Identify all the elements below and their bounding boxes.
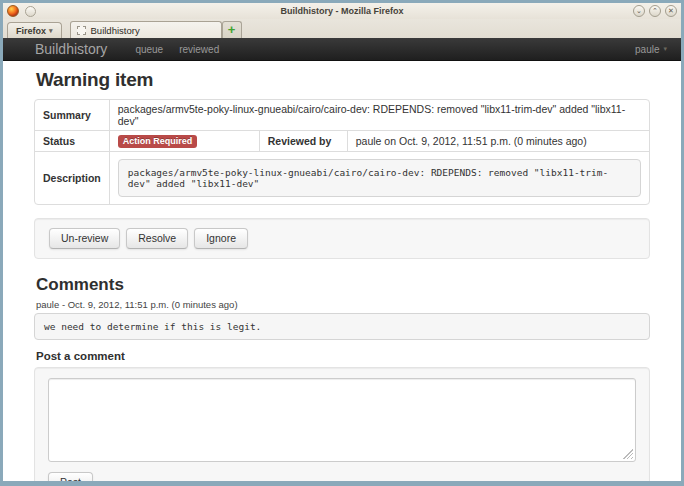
post-comment-form: Post — [34, 367, 650, 483]
new-tab-button[interactable]: + — [222, 21, 242, 38]
comment-text: we need to determine if this is legit. — [34, 313, 650, 340]
table-row-summary: Summary packages/armv5te-poky-linux-gnue… — [35, 100, 649, 130]
resolve-button[interactable]: Resolve — [126, 228, 188, 249]
firefox-logo-icon — [7, 5, 19, 17]
tab-title: Buildhistory — [91, 25, 140, 36]
post-button-row: Post — [48, 472, 636, 483]
firefox-menu-button[interactable]: Firefox ▾ — [7, 22, 62, 38]
tab-strip: Firefox ▾ Buildhistory + — [3, 19, 681, 38]
firefox-window: Buildhistory - Mozilla Firefox ⌄ ⌃ ✕ Fir… — [0, 0, 684, 486]
minimize-button[interactable]: ⌄ — [633, 5, 645, 17]
tab-buildhistory[interactable]: Buildhistory — [70, 21, 222, 38]
description-label: Description — [35, 151, 109, 204]
comment-meta: paule - Oct. 9, 2012, 11:51 p.m. (0 minu… — [36, 299, 650, 310]
reviewed-by-label: Reviewed by — [259, 130, 347, 151]
page-title: Warning item — [36, 69, 650, 91]
browser-viewport: Warning item Summary packages/armv5te-po… — [3, 61, 681, 483]
window-controls: ⌄ ⌃ ✕ — [633, 5, 677, 17]
chevron-down-icon: ▾ — [663, 45, 667, 53]
table-row-status: Status Action Required Reviewed by paule… — [35, 130, 649, 151]
review-actions: Un-review Resolve Ignore — [34, 218, 650, 259]
description-code: packages/armv5te-poky-linux-gnueabi/cair… — [118, 159, 641, 197]
nav-link-reviewed[interactable]: reviewed — [179, 44, 219, 55]
ignore-button[interactable]: Ignore — [194, 228, 248, 249]
window-title: Buildhistory - Mozilla Firefox — [3, 6, 681, 16]
description-cell: packages/armv5te-poky-linux-gnueabi/cair… — [109, 151, 649, 204]
comment-item: paule - Oct. 9, 2012, 11:51 p.m. (0 minu… — [34, 299, 650, 340]
comment-input[interactable] — [48, 378, 636, 462]
status-badge: Action Required — [118, 135, 198, 148]
post-button[interactable]: Post — [48, 472, 93, 483]
status-label: Status — [35, 130, 109, 151]
favicon-placeholder-icon — [77, 26, 86, 35]
warning-item-table: Summary packages/armv5te-poky-linux-gnue… — [34, 99, 650, 205]
user-menu-label: paule — [635, 44, 659, 55]
close-button[interactable]: ✕ — [665, 5, 677, 17]
comments-heading: Comments — [36, 275, 650, 295]
summary-label: Summary — [35, 100, 109, 130]
navbar-brand[interactable]: Buildhistory — [35, 41, 107, 57]
chevron-down-icon: ▾ — [49, 27, 53, 35]
resize-grip-icon[interactable] — [623, 449, 633, 459]
unreview-button[interactable]: Un-review — [49, 228, 120, 249]
window-titlebar: Buildhistory - Mozilla Firefox ⌄ ⌃ ✕ — [3, 3, 681, 19]
nav-link-queue[interactable]: queue — [135, 44, 163, 55]
maximize-button[interactable]: ⌃ — [649, 5, 661, 17]
table-row-description: Description packages/armv5te-poky-linux-… — [35, 151, 649, 204]
firefox-menu-label: Firefox — [16, 26, 46, 36]
reviewed-by-value: paule on Oct. 9, 2012, 11:51 p.m. (0 min… — [347, 130, 649, 151]
summary-value: packages/armv5te-poky-linux-gnueabi/cair… — [109, 100, 649, 130]
post-comment-heading: Post a comment — [36, 350, 650, 362]
user-menu[interactable]: paule ▾ — [635, 44, 667, 55]
window-menu-button[interactable] — [25, 6, 36, 17]
status-cell: Action Required — [109, 130, 259, 151]
app-navbar: Buildhistory queue reviewed paule ▾ — [3, 38, 681, 61]
